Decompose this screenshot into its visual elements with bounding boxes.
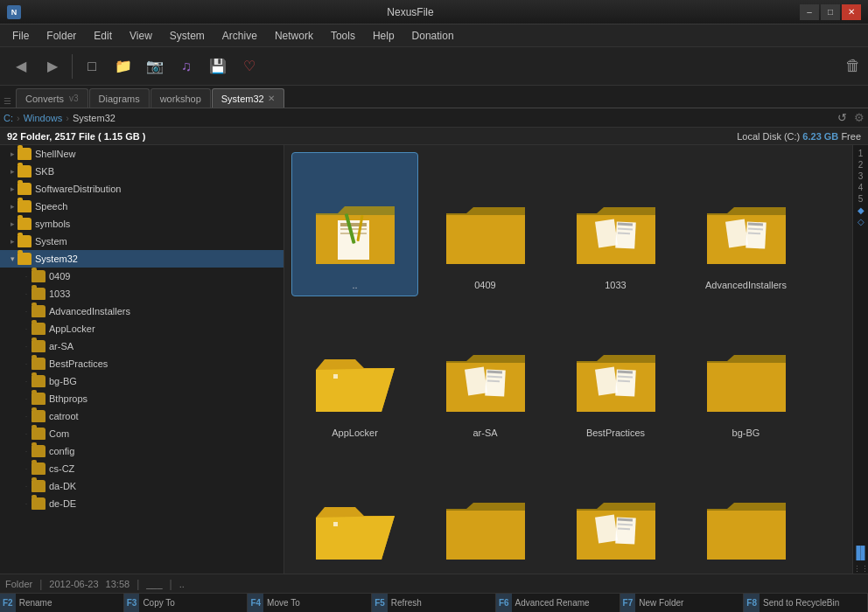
tree-item-catroot[interactable]: ·catroot <box>0 407 284 425</box>
grid-item-bthprops[interactable]: Bthprops <box>291 448 418 574</box>
tree-item-advancedinstallers[interactable]: ·AdvancedInstallers <box>0 303 284 320</box>
menu-item-donation[interactable]: Donation <box>403 28 463 44</box>
svg-rect-17 <box>465 367 487 396</box>
sidebar-diamond-1[interactable]: ◆ <box>858 205 864 215</box>
menu-item-file[interactable]: File <box>4 28 38 44</box>
tree-item-com[interactable]: ·Com <box>0 425 284 442</box>
view-button[interactable]: □ <box>78 52 106 80</box>
grid-item-config[interactable]: config <box>682 448 809 574</box>
tree-item-bestpractices[interactable]: ·BestPractices <box>0 355 284 372</box>
menu-item-help[interactable]: Help <box>364 28 403 44</box>
music-button[interactable]: ♫ <box>172 52 200 80</box>
folder-icon-large <box>312 491 399 570</box>
close-button[interactable]: ✕ <box>842 4 861 20</box>
addr-c-drive[interactable]: C: <box>4 113 13 123</box>
tab-menu-icon[interactable]: ☰ <box>4 96 11 106</box>
tree-panel: ▸ShellNew▸SKB▸SoftwareDistribution▸Speec… <box>0 145 284 574</box>
folder-icon-large <box>442 344 529 422</box>
menu-item-archive[interactable]: Archive <box>214 28 266 44</box>
tree-item-applocker[interactable]: ·AppLocker <box>0 320 284 337</box>
tree-item-de-de[interactable]: ·de-DE <box>0 495 284 512</box>
grid-item-catroot[interactable]: catroot <box>422 448 549 574</box>
tree-item-system32[interactable]: ▾System32 <box>0 250 284 268</box>
folder-icon <box>18 148 32 160</box>
menu-item-network[interactable]: Network <box>266 28 322 44</box>
grid-item-bestpractices[interactable]: BestPractices <box>552 300 679 444</box>
new-folder-button[interactable]: 📁 <box>109 52 137 80</box>
fkey-f2[interactable]: F2Rename <box>0 594 124 612</box>
grid-item-..[interactable]: .. <box>291 152 418 296</box>
trash-button[interactable]: 🗑 <box>845 57 861 75</box>
fkey-f8[interactable]: F8Send to RecycleBin <box>744 594 868 612</box>
grid-item-applocker[interactable]: AppLocker <box>291 300 418 444</box>
refresh-button[interactable]: ↺ <box>837 111 847 124</box>
tree-item-symbols[interactable]: ▸symbols <box>0 215 284 233</box>
tree-item-softwaredistribution[interactable]: ▸SoftwareDistribution <box>0 180 284 198</box>
sidebar-num-2[interactable]: 2 <box>854 160 868 170</box>
addr-settings-icon[interactable]: ⚙ <box>854 111 864 124</box>
sidebar-dots[interactable]: ⋮⋮ <box>853 565 869 574</box>
total-size: 1.15 GB <box>104 131 140 142</box>
grid-item-bg-bg[interactable]: bg-BG <box>682 300 809 444</box>
svg-rect-18 <box>485 369 506 396</box>
tree-item-0409[interactable]: ·0409 <box>0 268 284 285</box>
fkey-f5[interactable]: F5Refresh <box>372 594 496 612</box>
file-grid: .. 0409 1033 AdvancedInstallers AppLocke… <box>284 145 852 574</box>
tree-item-bthprops[interactable]: ·Bthprops <box>0 390 284 407</box>
grid-item-0409[interactable]: 0409 <box>422 152 549 296</box>
fkey-f4[interactable]: F4Move To <box>248 594 372 612</box>
grid-item-1033[interactable]: 1033 <box>552 152 679 296</box>
menu-item-system[interactable]: System <box>161 28 214 44</box>
back-button[interactable]: ◀ <box>7 52 35 80</box>
menu-item-folder[interactable]: Folder <box>38 28 85 44</box>
fkey-f3[interactable]: F3Copy To <box>124 594 248 612</box>
active-tab-label: System32 <box>221 94 264 104</box>
tab-diagrams[interactable]: Diagrams <box>89 88 150 108</box>
tree-item-config[interactable]: ·config <box>0 442 284 460</box>
tree-item-shellnew[interactable]: ▸ShellNew <box>0 145 284 163</box>
maximize-button[interactable]: □ <box>821 4 840 20</box>
tree-item-ar-sa[interactable]: ·ar-SA <box>0 337 284 355</box>
tab-workshop[interactable]: workshop <box>150 88 211 108</box>
tree-item-speech[interactable]: ▸Speech <box>0 198 284 215</box>
fkey-f7[interactable]: F7New Folder <box>620 594 745 612</box>
sidebar-num-4[interactable]: 4 <box>854 183 868 192</box>
tab-close-button[interactable]: ✕ <box>268 94 275 103</box>
tab-converts[interactable]: Converts v3 <box>16 88 88 108</box>
camera-button[interactable]: 📷 <box>141 52 169 80</box>
drive-button[interactable]: 💾 <box>204 52 232 80</box>
svg-rect-7 <box>615 221 636 248</box>
active-tab[interactable]: System32 ✕ <box>212 88 284 108</box>
tree-item-cs-cz[interactable]: ·cs-CZ <box>0 460 284 477</box>
menu-item-edit[interactable]: Edit <box>85 28 121 44</box>
tree-item-1033[interactable]: ·1033 <box>0 285 284 303</box>
status-bottom-bar: Folder | 2012-06-23 13:58 | ___ | .. <box>0 574 868 593</box>
grid-item-ar-sa[interactable]: ar-SA <box>422 300 549 444</box>
tree-item-system[interactable]: ▸System <box>0 233 284 250</box>
grid-item-advancedinstallers[interactable]: AdvancedInstallers <box>682 152 809 296</box>
forward-button[interactable]: ▶ <box>38 52 66 80</box>
sidebar-num-1[interactable]: 1 <box>854 149 868 158</box>
grid-item-com[interactable]: Com <box>552 448 679 574</box>
heart-button[interactable]: ♡ <box>235 52 263 80</box>
addr-windows[interactable]: Windows <box>24 113 63 123</box>
status-type: Folder <box>5 579 32 589</box>
folder-icon <box>32 340 46 352</box>
sidebar-diamond-2[interactable]: ◇ <box>858 217 864 226</box>
grid-item-label: ar-SA <box>472 428 497 438</box>
tree-item-skb[interactable]: ▸SKB <box>0 163 284 180</box>
tree-items: ▸ShellNew▸SKB▸SoftwareDistribution▸Speec… <box>0 145 284 512</box>
folder-icon-large <box>312 344 399 422</box>
disk-label: Local Disk (C:) <box>737 131 800 142</box>
sidebar-num-3[interactable]: 3 <box>854 171 868 181</box>
minimize-button[interactable]: – <box>800 4 819 20</box>
inactive-tabs: Converts v3Diagramsworkshop <box>16 88 211 108</box>
sidebar-num-5[interactable]: 5 <box>854 194 868 204</box>
folder-icon <box>32 323 46 335</box>
menu-item-view[interactable]: View <box>121 28 161 44</box>
menu-item-tools[interactable]: Tools <box>322 28 364 44</box>
tree-item-da-dk[interactable]: ·da-DK <box>0 477 284 495</box>
fkey-f6[interactable]: F6Advanced Rename <box>496 594 620 612</box>
folder-icon <box>32 393 46 405</box>
tree-item-bg-bg[interactable]: ·bg-BG <box>0 372 284 390</box>
